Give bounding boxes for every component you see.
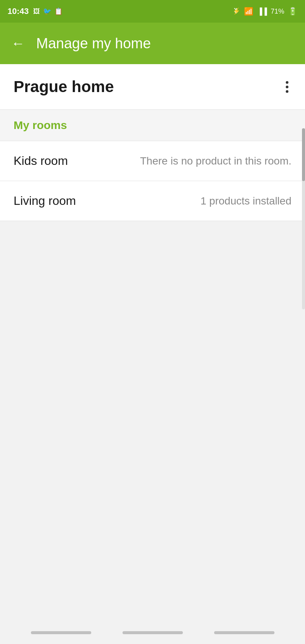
status-left: 10:43 🖼 🐦 📋 — [8, 6, 63, 16]
content-wrapper: Prague home My rooms Kids room There is … — [0, 64, 305, 636]
dot-1 — [286, 81, 288, 84]
back-button[interactable]: ← — [11, 35, 25, 51]
battery-icon: 🔋 — [288, 7, 297, 16]
twitter-icon: 🐦 — [43, 7, 51, 15]
nav-pill-center — [123, 631, 183, 634]
my-rooms-label: My rooms — [14, 119, 67, 131]
status-time: 10:43 — [8, 6, 29, 16]
clipboard-icon: 📋 — [54, 7, 63, 15]
home-name: Prague home — [14, 78, 114, 96]
living-room-name: Living room — [14, 194, 76, 208]
status-right: ⚡ 📶 ▐▐ 71% 🔋 — [232, 6, 297, 17]
room-item-living[interactable]: Living room 1 products installed — [0, 181, 305, 221]
home-section: Prague home My rooms Kids room There is … — [0, 64, 305, 221]
svg-text:⚡: ⚡ — [233, 7, 240, 15]
room-item-kids[interactable]: Kids room There is no product in this ro… — [0, 141, 305, 181]
scrollbar-track[interactable] — [302, 128, 305, 309]
status-icons: 🖼 🐦 📋 — [33, 7, 63, 15]
battery-text: 71% — [271, 8, 284, 15]
living-room-status: 1 products installed — [201, 195, 291, 207]
scrollbar-thumb[interactable] — [302, 128, 305, 181]
status-bar: 10:43 🖼 🐦 📋 ⚡ 📶 ▐▐ 71% 🔋 — [0, 0, 305, 23]
kids-room-status: There is no product in this room. — [140, 155, 291, 167]
bluetooth-icon: ⚡ — [232, 6, 240, 17]
photo-icon: 🖼 — [33, 8, 40, 15]
signal-icon: ▐▐ — [257, 8, 267, 15]
home-name-row: Prague home — [0, 64, 305, 110]
empty-content-area — [0, 221, 305, 636]
nav-pill-left — [31, 631, 91, 634]
kids-room-name: Kids room — [14, 154, 68, 168]
my-rooms-section-header: My rooms — [0, 110, 305, 141]
bottom-nav — [0, 621, 305, 644]
page-title: Manage my home — [36, 35, 151, 52]
dot-3 — [286, 90, 288, 93]
wifi-icon: 📶 — [244, 7, 253, 16]
more-options-button[interactable] — [283, 78, 291, 96]
app-header: ← Manage my home — [0, 23, 305, 64]
dot-2 — [286, 86, 288, 88]
nav-pill-right — [214, 631, 274, 634]
